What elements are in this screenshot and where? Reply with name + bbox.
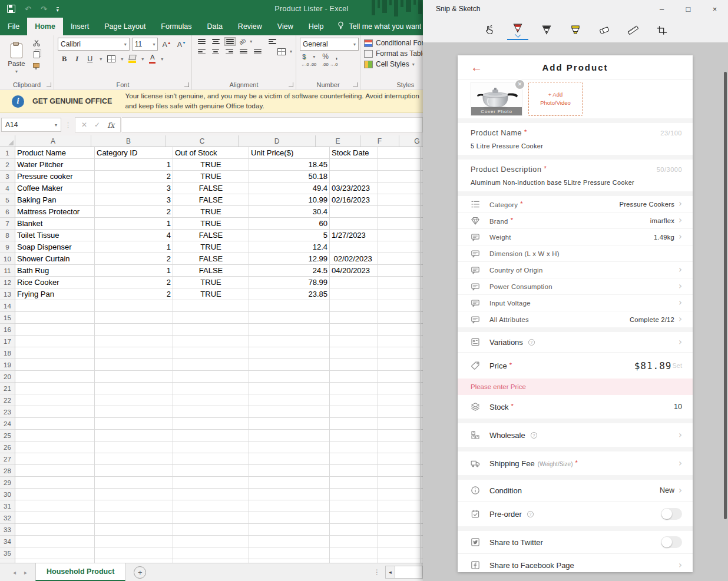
cell-C1[interactable]: Out of Stock <box>173 147 249 159</box>
align-top-button[interactable] <box>197 38 207 45</box>
cell-A28[interactable] <box>15 465 95 477</box>
cell-E27[interactable] <box>330 453 378 465</box>
comma-button[interactable]: , <box>336 52 337 61</box>
column-header-F[interactable]: F <box>360 135 399 147</box>
qat-customize-button[interactable]: ▾ <box>57 5 59 13</box>
cell-B10[interactable]: 2 <box>95 253 173 265</box>
enter-button[interactable]: ✓ <box>94 121 100 129</box>
cell-C32[interactable] <box>173 512 249 524</box>
cell-A14[interactable] <box>15 300 95 312</box>
cell-F12[interactable] <box>378 277 421 288</box>
row-header-19[interactable]: 19 <box>0 359 15 371</box>
cell-C16[interactable] <box>173 324 249 336</box>
cell-F18[interactable] <box>378 347 421 359</box>
cell-B4[interactable]: 3 <box>95 182 173 194</box>
cell-F30[interactable] <box>378 489 421 500</box>
cell-B11[interactable]: 1 <box>95 265 173 277</box>
spec-row-brand[interactable]: Brandimarflex› <box>458 212 693 228</box>
cut-button[interactable] <box>33 39 40 47</box>
column-header-C[interactable]: C <box>166 135 239 147</box>
cell-B35[interactable] <box>95 547 173 559</box>
cell-E25[interactable] <box>330 430 378 441</box>
row-header-13[interactable]: 13 <box>0 288 15 300</box>
cell-F13[interactable] <box>378 288 421 300</box>
cell-F23[interactable] <box>378 406 421 418</box>
cell-F10[interactable] <box>378 253 421 265</box>
cell-F32[interactable] <box>378 512 421 524</box>
cell-E8[interactable]: 1/27/2023 <box>330 230 378 241</box>
cell-F17[interactable] <box>378 336 421 347</box>
cell-C22[interactable] <box>173 394 249 406</box>
shrink-font-button[interactable]: A▼ <box>176 38 188 50</box>
cell-F29[interactable] <box>378 477 421 489</box>
cell-E18[interactable] <box>330 347 378 359</box>
cell-A13[interactable]: Frying Pan <box>15 288 95 300</box>
cell-C9[interactable]: TRUE <box>173 241 249 253</box>
cell-E26[interactable] <box>330 441 378 453</box>
tab-home[interactable]: Home <box>27 18 63 35</box>
cell-C13[interactable]: TRUE <box>173 288 249 300</box>
cell-F9[interactable] <box>378 241 421 253</box>
cell-A1[interactable]: Product Name <box>15 147 95 159</box>
cell-B21[interactable] <box>95 383 173 394</box>
font-color-caret-icon[interactable]: ▾ <box>161 57 163 62</box>
cell-A10[interactable]: Shower Curtain <box>15 253 95 265</box>
share-facebook-row[interactable]: Share to Facebook Page › <box>458 554 693 572</box>
font-family-select[interactable]: Calibri▾ <box>58 38 130 51</box>
cell-F31[interactable] <box>378 500 421 512</box>
close-button[interactable]: × <box>701 0 728 18</box>
cell-D12[interactable]: 78.99 <box>249 277 330 288</box>
spec-row-all-attributes[interactable]: All AttributesComplete 2/12› <box>458 311 693 327</box>
cell-E15[interactable] <box>330 312 378 324</box>
cell-E6[interactable] <box>330 206 378 218</box>
new-sheet-button[interactable]: + <box>134 566 146 579</box>
row-header-30[interactable]: 30 <box>0 489 15 500</box>
cell-D20[interactable] <box>249 371 330 383</box>
cell-A21[interactable] <box>15 383 95 394</box>
cell-A27[interactable] <box>15 453 95 465</box>
cell-D19[interactable] <box>249 359 330 371</box>
select-all-corner[interactable] <box>0 135 15 147</box>
row-header-23[interactable]: 23 <box>0 406 15 418</box>
font-color-button[interactable]: A <box>149 54 155 64</box>
cell-E31[interactable] <box>330 500 378 512</box>
cell-E13[interactable] <box>330 288 378 300</box>
increase-decimal-button[interactable]: ←.0 .00 <box>301 62 316 67</box>
row-header-7[interactable]: 7 <box>0 218 15 230</box>
cell-B8[interactable]: 4 <box>95 230 173 241</box>
cell-A2[interactable]: Water Pitcher <box>15 159 95 171</box>
column-header-A[interactable]: A <box>15 135 91 147</box>
name-box[interactable]: A14▾ <box>1 118 61 132</box>
cell-D5[interactable]: 10.99 <box>249 194 330 206</box>
cell-D26[interactable] <box>249 441 330 453</box>
cell-B20[interactable] <box>95 371 173 383</box>
cell-B6[interactable]: 2 <box>95 206 173 218</box>
cell-D2[interactable]: 18.45 <box>249 159 330 171</box>
cell-A20[interactable] <box>15 371 95 383</box>
cell-C6[interactable]: TRUE <box>173 206 249 218</box>
cell-F22[interactable] <box>378 394 421 406</box>
cancel-button[interactable]: ✕ <box>81 121 87 129</box>
cell-A16[interactable] <box>15 324 95 336</box>
cell-styles-button[interactable]: Cell Styles▾ <box>364 60 423 68</box>
crop-tool[interactable] <box>655 22 669 38</box>
cell-C34[interactable] <box>173 536 249 547</box>
cell-B32[interactable] <box>95 512 173 524</box>
cell-C15[interactable] <box>173 312 249 324</box>
cell-C21[interactable] <box>173 383 249 394</box>
cell-B7[interactable]: 1 <box>95 218 173 230</box>
cell-D34[interactable] <box>249 536 330 547</box>
align-bottom-button[interactable] <box>225 38 235 45</box>
cell-C27[interactable] <box>173 453 249 465</box>
cell-D11[interactable]: 24.5 <box>249 265 330 277</box>
tell-me[interactable]: Tell me what you want <box>337 18 421 35</box>
cell-C29[interactable] <box>173 477 249 489</box>
cell-A24[interactable] <box>15 418 95 430</box>
cell-A7[interactable]: Blanket <box>15 218 95 230</box>
cell-A25[interactable] <box>15 430 95 441</box>
cell-C33[interactable] <box>173 524 249 536</box>
cell-B18[interactable] <box>95 347 173 359</box>
ruler-tool[interactable] <box>626 22 640 38</box>
share-twitter-toggle[interactable] <box>661 536 682 548</box>
row-header-15[interactable]: 15 <box>0 312 15 324</box>
